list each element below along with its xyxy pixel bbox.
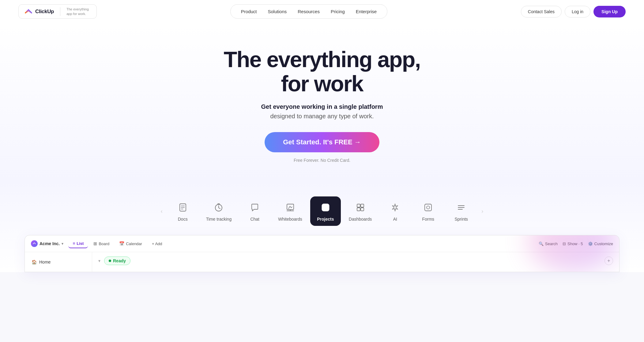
demo-body: 🏠 Home ▾ Ready + (25, 252, 619, 272)
demo-sidebar: 🏠 Home (25, 252, 92, 272)
search-action-button[interactable]: 🔍 Search (539, 241, 558, 246)
nav-product[interactable]: Product (236, 7, 262, 16)
tabs-prev-arrow[interactable]: ‹ (158, 208, 165, 215)
chat-icon (248, 201, 262, 214)
tab-chat[interactable]: Chat (239, 196, 270, 226)
customize-action-button[interactable]: ⚙️ Customize (588, 241, 613, 246)
contact-sales-button[interactable]: Contact Sales (521, 6, 562, 17)
nav-links: Product Solutions Resources Pricing Ente… (230, 4, 387, 19)
add-tab-label: + Add (152, 241, 162, 246)
ai-icon (388, 201, 402, 214)
demo-content: ▾ Ready + (92, 252, 619, 272)
tab-sprints-label: Sprints (455, 217, 468, 222)
workspace-icon (31, 240, 38, 247)
nav-left: ClickUp The everything app for work. (18, 4, 97, 19)
svg-rect-16 (425, 204, 431, 211)
search-action-icon: 🔍 (539, 241, 544, 246)
workspace-name[interactable]: Acme Inc. ▾ (31, 240, 63, 247)
demo-view-tabs: ≡ List ⊞ Board 📅 Calendar + Add (68, 239, 534, 248)
board-tab-icon: ⊞ (93, 241, 97, 246)
tab-docs[interactable]: Docs (168, 196, 198, 226)
feature-tabs-section: ‹ Docs Time tracking Chat (0, 181, 644, 272)
tab-dashboards[interactable]: Dashboards (343, 196, 378, 226)
logo[interactable]: ClickUp The everything app for work. (18, 4, 97, 19)
demo-tab-calendar[interactable]: 📅 Calendar (115, 239, 146, 248)
nav-solutions[interactable]: Solutions (263, 7, 292, 16)
tab-projects[interactable]: Projects (310, 196, 341, 226)
demo-tab-list[interactable]: ≡ List (68, 239, 88, 248)
cta-button[interactable]: Get Started. It's FREE → (265, 132, 379, 152)
demo-topbar: Acme Inc. ▾ ≡ List ⊞ Board 📅 Calendar + … (25, 235, 619, 252)
svg-rect-13 (361, 204, 364, 207)
calendar-tab-icon: 📅 (119, 241, 124, 246)
search-action-label: Search (545, 241, 558, 246)
tab-ai-label: AI (393, 217, 397, 222)
home-icon: 🏠 (32, 260, 37, 264)
demo-status-bar: ▾ Ready + (92, 252, 619, 269)
dashboards-icon (354, 201, 367, 214)
nav-right: Contact Sales Log in Sign Up (521, 6, 626, 17)
demo-window: Acme Inc. ▾ ≡ List ⊞ Board 📅 Calendar + … (24, 235, 620, 272)
tabs-next-arrow[interactable]: › (479, 208, 486, 215)
svg-point-17 (427, 206, 430, 209)
show-action-icon: ⊟ (563, 241, 566, 246)
tab-sprints[interactable]: Sprints (446, 196, 476, 226)
time-tracking-icon (212, 201, 225, 214)
calendar-tab-label: Calendar (126, 241, 142, 246)
workspace-chevron: ▾ (62, 242, 63, 246)
tab-forms-label: Forms (422, 217, 434, 222)
tab-ai[interactable]: AI (380, 196, 410, 226)
hero-footnote: Free Forever. No Credit Card. (6, 158, 638, 163)
svg-line-6 (219, 208, 220, 209)
demo-tab-add[interactable]: + Add (148, 240, 167, 248)
navbar: ClickUp The everything app for work. Pro… (0, 0, 644, 23)
svg-rect-15 (361, 208, 364, 211)
hero-section: The everything app, for work Get everyon… (0, 23, 644, 181)
login-button[interactable]: Log in (565, 6, 590, 17)
logo-brand-name: ClickUp (35, 9, 54, 15)
show-action-label: Show · 5 (567, 241, 583, 246)
show-action-button[interactable]: ⊟ Show · 5 (563, 241, 583, 246)
tab-projects-label: Projects (317, 217, 334, 222)
list-tab-label: List (77, 241, 84, 246)
status-badge-label: Ready (113, 258, 126, 263)
tab-whiteboards-label: Whiteboards (278, 217, 302, 222)
demo-add-button[interactable]: + (604, 256, 613, 265)
signup-button[interactable]: Sign Up (593, 6, 626, 17)
demo-actions: 🔍 Search ⊟ Show · 5 ⚙️ Customize (539, 241, 613, 246)
customize-action-icon: ⚙️ (588, 241, 593, 246)
logo-tagline: The everything app for work. (66, 7, 91, 16)
status-badge: Ready (104, 256, 130, 265)
hero-headline-line1: The everything app, (224, 47, 420, 72)
board-tab-label: Board (99, 241, 109, 246)
logo-divider (60, 7, 60, 16)
list-tab-icon: ≡ (73, 241, 75, 246)
demo-tab-board[interactable]: ⊞ Board (89, 239, 114, 248)
svg-rect-12 (357, 204, 360, 207)
tab-time-tracking[interactable]: Time tracking (201, 196, 237, 226)
hero-headline-line2: for work (281, 71, 363, 96)
projects-icon (319, 201, 332, 214)
customize-action-label: Customize (594, 241, 613, 246)
clickup-logo-icon (24, 7, 33, 16)
status-expand-arrow[interactable]: ▾ (98, 258, 100, 263)
hero-headline: The everything app, for work (6, 48, 638, 96)
hero-subtext-light: designed to manage any type of work. (6, 113, 638, 120)
tab-chat-label: Chat (250, 217, 259, 222)
tab-docs-label: Docs (178, 217, 188, 222)
tab-time-tracking-label: Time tracking (206, 217, 232, 222)
feature-tabs-row: ‹ Docs Time tracking Chat (0, 193, 644, 235)
whiteboards-icon (284, 201, 297, 214)
tab-forms[interactable]: Forms (413, 196, 443, 226)
workspace-label: Acme Inc. (40, 241, 60, 246)
sidebar-home-item[interactable]: 🏠 Home (28, 257, 88, 267)
nav-resources[interactable]: Resources (293, 7, 325, 16)
home-label: Home (39, 260, 51, 264)
sprints-icon (454, 201, 468, 214)
tab-dashboards-label: Dashboards (349, 217, 372, 222)
nav-enterprise[interactable]: Enterprise (351, 7, 382, 16)
forms-icon (421, 201, 435, 214)
tab-whiteboards[interactable]: Whiteboards (273, 196, 308, 226)
nav-pricing[interactable]: Pricing (326, 7, 350, 16)
status-dot (109, 260, 111, 262)
